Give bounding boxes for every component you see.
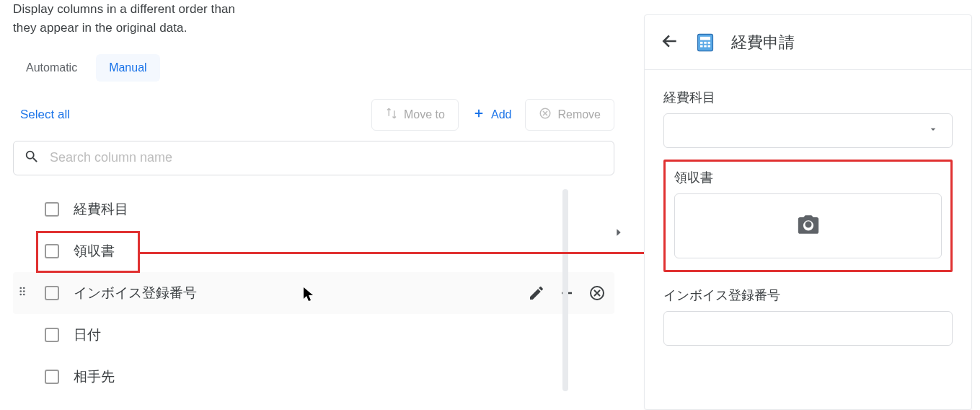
invoice-number-input[interactable]	[663, 311, 953, 346]
column-row[interactable]: 経費科目	[13, 188, 614, 230]
checkbox[interactable]	[45, 286, 59, 300]
checkbox[interactable]	[45, 328, 59, 342]
search-field[interactable]	[13, 141, 614, 175]
column-label: 経費科目	[74, 200, 614, 219]
svg-rect-10	[700, 41, 703, 43]
form-preview-panel: 経費申請 経費科目 領収書 インボイス登録番号	[644, 14, 972, 410]
drag-handle-icon[interactable]	[16, 284, 29, 301]
svg-point-1	[19, 287, 22, 289]
svg-rect-9	[700, 36, 710, 40]
field-label: 領収書	[674, 169, 942, 186]
column-label: 領収書	[74, 242, 614, 261]
remove-icon	[539, 107, 552, 123]
order-mode-tabs: Automatic Manual	[13, 54, 614, 82]
svg-rect-13	[700, 45, 703, 47]
svg-point-6	[23, 293, 25, 295]
remove-button: Remove	[525, 99, 614, 131]
field-receipt-highlight: 領収書	[663, 160, 953, 272]
account-select[interactable]	[663, 113, 953, 148]
column-order-panel: Display columns in a different order tha…	[0, 0, 627, 410]
svg-rect-11	[704, 41, 707, 43]
preview-title: 経費申請	[731, 32, 795, 53]
camera-icon	[796, 212, 821, 240]
action-bar: Select all Move to Add Remove	[13, 99, 614, 131]
svg-point-5	[19, 293, 22, 295]
tab-automatic[interactable]: Automatic	[13, 54, 90, 82]
back-arrow-icon[interactable]	[661, 32, 679, 53]
svg-point-3	[19, 290, 22, 292]
plus-icon	[472, 107, 485, 123]
svg-point-2	[23, 287, 25, 289]
search-icon	[24, 149, 50, 167]
svg-rect-12	[708, 41, 711, 43]
select-all-button[interactable]: Select all	[13, 103, 77, 126]
column-row[interactable]: 領収書	[13, 230, 614, 272]
delete-row-icon[interactable]	[588, 284, 606, 302]
column-row[interactable]: 相手先	[13, 356, 614, 398]
svg-rect-14	[704, 45, 707, 47]
app-icon	[695, 32, 715, 53]
preview-header: 経費申請	[645, 15, 971, 70]
svg-point-4	[23, 290, 25, 292]
checkbox[interactable]	[45, 244, 59, 258]
column-list: 経費科目 領収書 インボイス登録番号 日付 相手先	[13, 188, 614, 398]
column-row[interactable]: 日付	[13, 314, 614, 356]
column-row[interactable]: インボイス登録番号	[13, 272, 614, 314]
field-label: 経費科目	[663, 89, 953, 106]
tab-manual[interactable]: Manual	[96, 54, 159, 82]
svg-rect-15	[708, 45, 711, 47]
add-button[interactable]: Add	[459, 99, 525, 131]
field-invoice: インボイス登録番号	[663, 287, 953, 346]
preview-body: 経費科目 領収書 インボイス登録番号	[645, 70, 971, 346]
field-account: 経費科目	[663, 89, 953, 148]
search-input[interactable]	[50, 150, 604, 165]
field-label: インボイス登録番号	[663, 287, 953, 304]
checkbox[interactable]	[45, 202, 59, 217]
panel-description: Display columns in a different order tha…	[13, 0, 251, 38]
list-scrollbar[interactable]	[562, 189, 568, 391]
move-to-button: Move to	[371, 99, 459, 131]
edit-icon[interactable]	[528, 284, 545, 302]
column-label: 相手先	[74, 367, 614, 386]
dropdown-icon	[927, 123, 939, 138]
column-label: インボイス登録番号	[74, 284, 528, 302]
swap-icon	[385, 107, 398, 123]
expand-preview-icon[interactable]	[612, 225, 626, 240]
column-label: 日付	[74, 326, 614, 344]
receipt-image-input[interactable]	[674, 193, 942, 258]
checkbox[interactable]	[45, 370, 59, 384]
